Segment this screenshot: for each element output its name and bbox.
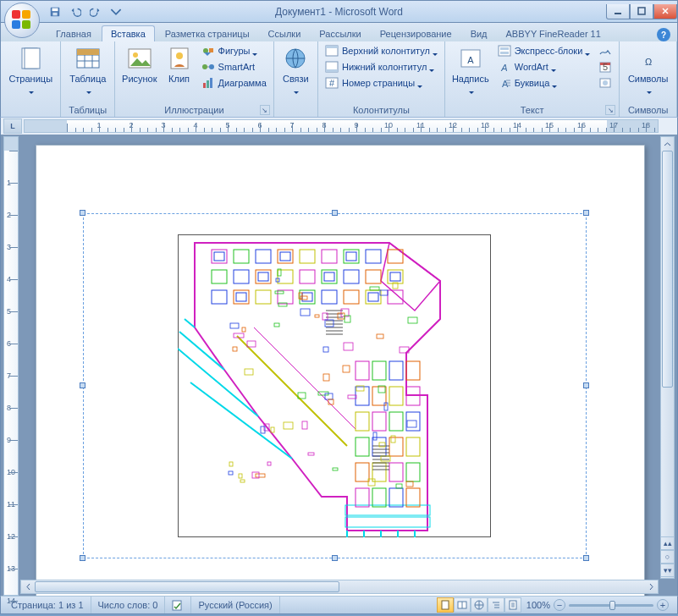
redo-button[interactable] <box>88 4 103 19</box>
resize-handle-2[interactable] <box>583 210 589 216</box>
symbols-icon: Ω <box>635 45 662 72</box>
help-button[interactable]: ? <box>657 28 670 41</box>
view-outline[interactable] <box>488 597 504 613</box>
chart-button[interactable]: Диаграмма <box>198 75 270 91</box>
svg-rect-17 <box>203 83 206 88</box>
save-button[interactable] <box>47 4 63 19</box>
shapes-label: Фигуры <box>218 46 258 56</box>
browse-object-button[interactable]: ○ <box>660 550 675 564</box>
next-page-button[interactable]: ▾▾ <box>660 564 675 577</box>
resize-handle-6[interactable] <box>332 555 338 561</box>
resize-handle-0[interactable] <box>80 210 85 216</box>
chart-icon <box>201 76 215 90</box>
web-icon <box>474 600 484 610</box>
svg-rect-88 <box>389 412 403 431</box>
view-draft[interactable] <box>504 597 521 613</box>
svg-rect-140 <box>325 393 333 399</box>
textbox-button[interactable]: AНадпись <box>449 43 493 96</box>
resize-handle-7[interactable] <box>583 555 589 561</box>
sig-button[interactable] <box>595 43 615 58</box>
svg-rect-144 <box>333 468 338 470</box>
minimize-button[interactable] <box>606 4 630 19</box>
svg-rect-76 <box>368 293 378 301</box>
prev-page-button[interactable]: ▴▴ <box>660 536 675 550</box>
svg-point-10 <box>133 52 138 58</box>
picture-button[interactable]: Рисунок <box>119 43 161 85</box>
dialog-launcher[interactable]: ↘ <box>260 105 270 115</box>
tab-1[interactable]: Вставка <box>102 25 155 41</box>
scroll-track[interactable] <box>661 151 674 564</box>
tab-4[interactable]: Рассылки <box>311 26 369 41</box>
symbols-button[interactable]: ΩСимволы <box>623 43 673 96</box>
zoom-in-button[interactable]: + <box>657 599 669 611</box>
tab-5[interactable]: Рецензирование <box>372 26 460 41</box>
svg-rect-120 <box>323 347 328 352</box>
clip-button[interactable]: Клип <box>163 43 196 85</box>
scroll-right-button[interactable] <box>644 580 658 593</box>
tab-3[interactable]: Ссылки <box>260 26 310 41</box>
outline-icon <box>491 600 501 610</box>
links-button[interactable]: Связи <box>278 43 314 96</box>
smartart-button[interactable]: SmartArt <box>198 59 270 74</box>
scroll-thumb-h[interactable] <box>35 581 339 592</box>
status-lang[interactable]: Русский (Россия) <box>191 597 279 613</box>
svg-rect-94 <box>356 463 369 481</box>
embedded-floorplan-image[interactable] <box>178 234 491 537</box>
svg-rect-156 <box>323 374 329 381</box>
vertical-scrollbar[interactable] <box>660 136 675 579</box>
resize-handle-5[interactable] <box>80 555 85 561</box>
qat-customize[interactable] <box>108 4 124 19</box>
resize-handle-3[interactable] <box>80 382 85 388</box>
svg-rect-97 <box>406 463 420 481</box>
scroll-track-h[interactable] <box>35 580 644 593</box>
ruler-corner[interactable]: L <box>3 118 22 134</box>
tab-2[interactable]: Разметка страницы <box>157 26 258 41</box>
pages-button[interactable]: Страницы <box>4 43 57 96</box>
footer-button[interactable]: Нижний колонтитул <box>322 59 441 74</box>
status-page[interactable]: Страница: 1 из 1 <box>4 597 91 613</box>
resize-handle-4[interactable] <box>583 382 589 388</box>
wordart-icon: A <box>498 60 511 74</box>
horizontal-scrollbar[interactable] <box>20 580 659 594</box>
view-web-layout[interactable] <box>471 597 488 613</box>
quick-button[interactable]: Экспресс-блоки <box>494 43 594 58</box>
print-layout-icon <box>440 600 450 610</box>
zoom-value[interactable]: 100% <box>526 600 550 610</box>
symbols-label: Символы <box>626 74 670 94</box>
close-button[interactable] <box>653 4 677 19</box>
tab-7[interactable]: ABBYY FineReader 11 <box>498 26 609 41</box>
wordart-button[interactable]: AWordArt <box>494 59 594 74</box>
zoom-out-button[interactable]: − <box>554 599 565 611</box>
zoom-slider[interactable] <box>569 604 653 607</box>
pagenum-button[interactable]: #Номер страницы <box>322 75 441 91</box>
undo-button[interactable] <box>68 4 83 19</box>
scroll-left-button[interactable] <box>21 580 35 593</box>
scroll-up-button[interactable] <box>661 137 674 151</box>
obj-button[interactable] <box>595 75 615 91</box>
vertical-ruler[interactable]: 1234567891011121314 <box>3 136 19 596</box>
table-button[interactable]: Таблица <box>64 43 111 96</box>
svg-rect-66 <box>212 290 227 304</box>
page[interactable] <box>36 145 645 596</box>
status-proofing[interactable] <box>165 597 191 613</box>
tab-6[interactable]: Вид <box>462 26 496 41</box>
view-full-screen[interactable] <box>454 597 471 613</box>
tab-0[interactable]: Главная <box>47 26 100 41</box>
header-button[interactable]: Верхний колонтитул <box>322 43 441 58</box>
resize-handle-1[interactable] <box>332 210 338 216</box>
svg-rect-19 <box>210 78 212 88</box>
svg-rect-48 <box>300 250 315 263</box>
svg-rect-82 <box>356 387 369 405</box>
scroll-thumb[interactable] <box>662 151 673 388</box>
view-print-layout[interactable] <box>437 597 454 613</box>
document-scroll[interactable] <box>20 136 677 596</box>
horizontal-ruler[interactable]: 123456789101112131415161718 <box>24 119 659 133</box>
shapes-button[interactable]: Фигуры <box>198 43 270 58</box>
maximize-button[interactable] <box>630 4 653 19</box>
status-wordcount[interactable]: Число слов: 0 <box>91 597 166 613</box>
office-button[interactable] <box>4 3 40 38</box>
date-button[interactable]: 5 <box>595 59 615 74</box>
zoom-knob[interactable] <box>609 601 615 610</box>
dialog-launcher[interactable]: ↘ <box>605 105 615 115</box>
dropcap-button[interactable]: AБуквица <box>494 75 594 91</box>
